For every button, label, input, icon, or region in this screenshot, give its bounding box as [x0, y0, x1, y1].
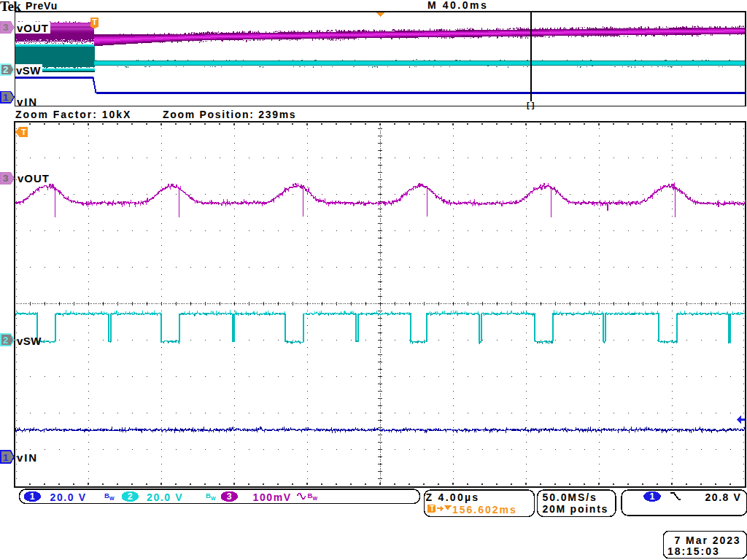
svg-text:2: 2 — [3, 64, 9, 75]
svg-text:3: 3 — [3, 22, 9, 33]
svg-text:3: 3 — [3, 173, 9, 184]
svg-text:1: 1 — [30, 491, 35, 502]
svg-text:1: 1 — [650, 491, 655, 502]
svg-text:1: 1 — [3, 92, 9, 103]
svg-text:2: 2 — [128, 491, 133, 502]
svg-text:2: 2 — [3, 335, 9, 346]
svg-text:3: 3 — [227, 491, 232, 502]
svg-text:1: 1 — [3, 452, 9, 463]
